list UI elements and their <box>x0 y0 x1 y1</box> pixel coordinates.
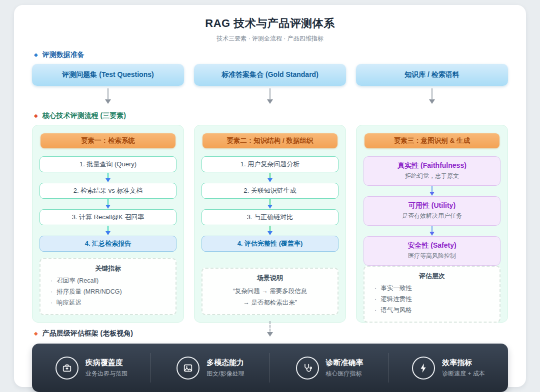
section-label-product-level: ◆ 产品层级评估框架 (老板视角) <box>34 329 133 338</box>
step-box: 1. 用户复杂问题分析 <box>202 156 338 172</box>
metric-title: 诊断准确率 <box>326 358 364 368</box>
column-header-pill: 要素三：意图识别 & 生成 <box>364 133 500 148</box>
info-item: 召回率 (Recall) <box>50 276 170 287</box>
metric-text: 疾病覆盖度 业务边界与范围 <box>86 358 128 378</box>
quality-card-faithfulness: 真实性 (Faithfulness) 拒绝幻觉，忠于原文 <box>364 156 500 186</box>
step-arrow-icon <box>364 226 500 236</box>
step-arrow-icon <box>202 172 338 183</box>
metric-desc: 图文/影像处理 <box>206 370 244 378</box>
medical-bag-icon <box>56 357 78 380</box>
metric-desc: 核心医疗指标 <box>326 370 364 378</box>
step-arrow-icon <box>202 225 338 236</box>
dashed-down-arrow-icon <box>267 321 273 337</box>
data-source-box-knowledge-base: 知识库 / 检索语料 <box>356 64 508 86</box>
data-source-box-test-questions: 评测问题集 (Test Questions) <box>32 64 184 86</box>
quote-line: “复杂问题 → 需要多段信息 <box>208 286 332 297</box>
metric-desc: 业务边界与范围 <box>86 370 128 378</box>
info-title: 场景说明 <box>208 274 332 283</box>
step-box-final: 4. 评估完整性 (覆盖率) <box>202 236 338 252</box>
section-label-text: 产品层级评估框架 (老板视角) <box>42 329 133 338</box>
down-arrow-icon <box>32 88 184 104</box>
stethoscope-icon <box>296 357 319 380</box>
diamond-icon: ◆ <box>34 113 38 118</box>
section-label-text: 评测数据准备 <box>42 50 84 59</box>
card-title: 安全性 (Safety) <box>368 241 496 250</box>
metric-title: 多模态能力 <box>206 358 244 368</box>
card-desc: 是否有效解决用户任务 <box>368 212 496 220</box>
page-title: RAG 技术与产品评测体系 <box>32 16 508 31</box>
card-desc: 医疗等高风险控制 <box>368 252 496 260</box>
card-desc: 拒绝幻觉，忠于原文 <box>368 172 496 180</box>
metric-text: 诊断准确率 核心医疗指标 <box>326 358 364 378</box>
info-item: 逻辑连贯性 <box>374 294 494 305</box>
info-item: 排序质量 (MRR/NDCG) <box>50 287 170 298</box>
step-arrow-icon <box>40 172 176 183</box>
page-subtitle: 技术三要素 · 评测全流程 · 产品四维指标 <box>32 34 508 43</box>
scenario-quote: “复杂问题 → 需要多段信息 → 是否都检索出来” <box>208 286 332 309</box>
down-arrow-icon <box>194 88 346 104</box>
step-arrow-icon <box>40 225 176 236</box>
column-header-pill: 要素二：知识结构 / 数据组织 <box>202 133 338 148</box>
diagram-card: RAG 技术与产品评测体系 技术三要素 · 评测全流程 · 产品四维指标 ◆ 评… <box>14 5 526 387</box>
column-knowledge-structure: 要素二：知识结构 / 数据组织 1. 用户复杂问题分析 2. 关联知识链生成 3… <box>194 125 346 323</box>
card-title: 真实性 (Faithfulness) <box>368 161 496 170</box>
step-box: 3. 与正确链对比 <box>202 209 338 225</box>
core-process-columns: 要素一：检索系统 1. 批量查询 (Query) 2. 检索结果 vs 标准文档… <box>32 125 508 323</box>
info-list: 召回率 (Recall) 排序质量 (MRR/NDCG) 响应延迟 <box>46 276 170 309</box>
info-item: 语气与风格 <box>374 305 494 316</box>
quality-card-safety: 安全性 (Safety) 医疗等高风险控制 <box>364 236 500 266</box>
column-intent-generation: 要素三：意图识别 & 生成 真实性 (Faithfulness) 拒绝幻觉，忠于… <box>356 125 508 323</box>
metric-text: 效率指标 诊断速度 + 成本 <box>442 358 485 378</box>
info-box-scenario: 场景说明 “复杂问题 → 需要多段信息 → 是否都检索出来” <box>202 268 338 315</box>
metric-multimodal: 多模态能力 图文/影像处理 <box>151 344 270 392</box>
cards-flow: 真实性 (Faithfulness) 拒绝幻觉，忠于原文 可用性 (Utilit… <box>364 156 500 266</box>
data-prep-row: 评测问题集 (Test Questions) 标准答案集合 (Gold Stan… <box>32 64 508 86</box>
steps-flow: 1. 用户复杂问题分析 2. 关联知识链生成 3. 与正确链对比 4. 评估完整… <box>202 156 338 252</box>
metric-text: 多模态能力 图文/影像处理 <box>206 358 244 378</box>
section-label-data-prep: ◆ 评测数据准备 <box>34 50 508 59</box>
step-box: 2. 关联知识链生成 <box>202 183 338 199</box>
info-title: 关键指标 <box>46 264 170 273</box>
quality-card-utility: 可用性 (Utility) 是否有效解决用户任务 <box>364 196 500 226</box>
metric-title: 疾病覆盖度 <box>86 358 128 368</box>
metric-desc: 诊断速度 + 成本 <box>442 370 485 378</box>
steps-flow: 1. 批量查询 (Query) 2. 检索结果 vs 标准文档 3. 计算 Re… <box>40 156 176 252</box>
info-box-key-metrics: 关键指标 召回率 (Recall) 排序质量 (MRR/NDCG) 响应延迟 <box>40 258 176 315</box>
page-header: RAG 技术与产品评测体系 技术三要素 · 评测全流程 · 产品四维指标 <box>32 16 508 43</box>
bridge-row: ◆ 产品层级评估框架 (老板视角) <box>32 323 508 344</box>
product-metrics-bar: 疾病覆盖度 业务边界与范围 多模态能力 图文/影像处理 <box>32 344 508 392</box>
info-box-eval-levels: 评估层次 事实一致性 逻辑连贯性 语气与风格 <box>364 266 500 323</box>
section-label-text: 核心技术评测流程 (三要素) <box>42 111 126 120</box>
card-title: 可用性 (Utility) <box>368 201 496 210</box>
down-arrow-icon <box>356 88 508 104</box>
info-item: 响应延迟 <box>50 298 170 309</box>
lightning-icon <box>412 357 435 380</box>
step-box: 2. 检索结果 vs 标准文档 <box>40 183 176 199</box>
connector-row <box>32 88 508 104</box>
section-label-core-process: ◆ 核心技术评测流程 (三要素) <box>34 111 508 120</box>
info-title: 评估层次 <box>370 272 494 281</box>
step-box: 3. 计算 Recall@K 召回率 <box>40 209 176 225</box>
step-arrow-icon <box>40 199 176 209</box>
step-arrow-icon <box>364 186 500 196</box>
step-box-final: 4. 汇总检索报告 <box>40 236 176 252</box>
image-icon <box>176 357 200 380</box>
metric-efficiency: 效率指标 诊断速度 + 成本 <box>389 344 508 392</box>
data-source-box-gold-standard: 标准答案集合 (Gold Standard) <box>194 64 346 86</box>
metric-title: 效率指标 <box>442 358 485 368</box>
diamond-icon: ◆ <box>34 331 38 336</box>
step-arrow-icon <box>202 199 338 209</box>
column-retrieval-system: 要素一：检索系统 1. 批量查询 (Query) 2. 检索结果 vs 标准文档… <box>32 125 184 323</box>
diamond-icon: ◆ <box>34 52 38 57</box>
step-box: 1. 批量查询 (Query) <box>40 156 176 172</box>
info-item: 事实一致性 <box>374 283 494 294</box>
metric-disease-coverage: 疾病覆盖度 业务边界与范围 <box>32 344 151 392</box>
column-header-pill: 要素一：检索系统 <box>40 133 176 148</box>
info-list: 事实一致性 逻辑连贯性 语气与风格 <box>370 283 494 316</box>
quote-line: → 是否都检索出来” <box>208 297 332 309</box>
metric-diagnosis-accuracy: 诊断准确率 核心医疗指标 <box>270 344 389 392</box>
